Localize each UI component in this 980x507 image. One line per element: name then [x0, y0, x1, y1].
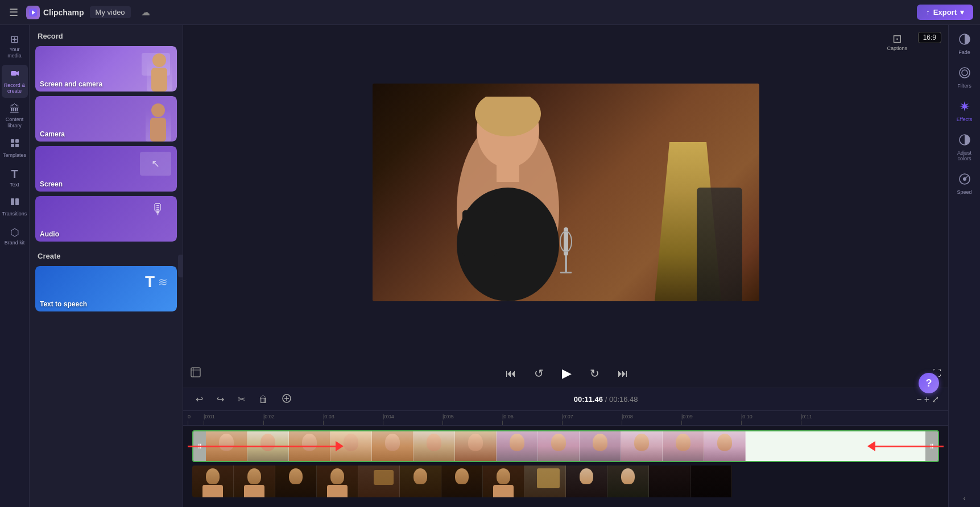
audio-card[interactable]: 🎙 Audio [35, 196, 177, 242]
delete-button[interactable]: 🗑 [255, 393, 271, 406]
panel-collapse-button[interactable]: ‹ [178, 255, 183, 277]
skip-to-end-button[interactable]: ⏭ [615, 365, 630, 382]
zoom-fit-button[interactable]: ⤢ [932, 394, 939, 405]
thumb-5 [372, 431, 413, 461]
sidebar-item-templates[interactable]: Templates [2, 135, 28, 162]
right-panel: Fade Filters Effects [948, 25, 980, 507]
thumb-6 [413, 431, 455, 461]
text-to-speech-card[interactable]: T ≋ Text to speech [35, 266, 177, 311]
svg-point-31 [960, 68, 970, 78]
sec-thumb-7 [441, 466, 483, 497]
right-trim-arrow [867, 441, 944, 451]
sidebar-item-your-media[interactable]: ⊞ Your media [2, 30, 28, 63]
export-chevron-icon: ▾ [960, 8, 964, 16]
screen-and-camera-card[interactable]: Screen and camera [35, 46, 177, 92]
svg-rect-9 [15, 198, 19, 205]
content-library-icon: 🏛 [10, 103, 20, 115]
your-media-icon: ⊞ [10, 33, 19, 45]
sec-thumb-3 [275, 466, 317, 497]
timeline-time: 00:11.46 / 00:16.48 [574, 395, 638, 404]
app-name: Clipchamp [43, 8, 84, 17]
video-title[interactable]: My video [90, 6, 131, 18]
captions-control[interactable]: ⊡ Captions [887, 32, 907, 51]
topbar: ☰ Clipchamp My video ☁ ↑ Export ▾ [0, 0, 980, 25]
record-create-panel: Record Screen and camera [30, 25, 183, 507]
rewind-button[interactable]: ↺ [532, 364, 546, 383]
svg-rect-2 [11, 71, 16, 76]
sidebar-item-record-create[interactable]: Record &create [2, 65, 28, 98]
undo-button[interactable]: ↩ [192, 392, 206, 406]
screen-bg: ↖ Screen [35, 146, 177, 192]
sec-thumb-10 [566, 466, 607, 497]
adjust-colors-label: Adjustcolors [957, 150, 971, 161]
svg-rect-6 [11, 144, 14, 147]
sidebar-item-label: Record &create [4, 82, 26, 95]
ruler-mark: |0:10 [741, 414, 801, 425]
svg-rect-7 [15, 144, 19, 147]
speed-tool[interactable]: Speed [951, 169, 978, 198]
captions-label: Captions [887, 45, 907, 51]
right-panel-collapse-button[interactable]: ‹ [964, 494, 966, 502]
arrow-line-left [188, 446, 336, 447]
play-button[interactable]: ▶ [560, 364, 574, 383]
ruler-mark: |0:11 [801, 414, 861, 425]
svg-rect-13 [150, 118, 166, 142]
fade-tool[interactable]: Fade [951, 30, 978, 59]
sec-thumb-2 [234, 466, 275, 497]
crop-button[interactable] [188, 364, 204, 383]
filters-tool[interactable]: Filters [951, 63, 978, 92]
zoom-in-button[interactable]: + [924, 394, 929, 405]
video-preview: ⊡ Captions 16:9 [183, 25, 948, 359]
sec-thumb-4 [317, 466, 358, 497]
current-time: 00:11.46 [574, 395, 603, 404]
redo-button[interactable]: ↪ [213, 392, 228, 406]
person-deco [146, 102, 171, 142]
help-button[interactable]: ? [919, 373, 939, 393]
export-icon: ↑ [926, 8, 930, 16]
forward-button[interactable]: ↻ [588, 364, 602, 383]
templates-icon [10, 138, 20, 151]
thumb-12 [663, 431, 704, 461]
ruler-mark: |0:02 [263, 414, 323, 425]
total-time: / 00:16.48 [605, 395, 638, 404]
sidebar-item-content-library[interactable]: 🏛 Contentlibrary [2, 100, 28, 132]
sidebar: ⊞ Your media Record &create 🏛 Contentlib… [0, 25, 30, 507]
hamburger-menu-button[interactable]: ☰ [7, 4, 20, 21]
tts-deco: T ≋ [145, 273, 168, 291]
sec-thumb-11 [607, 466, 649, 497]
create-section-title: Create [35, 252, 177, 260]
camera-label: Camera [40, 130, 65, 138]
export-button[interactable]: ↑ Export ▾ [917, 5, 973, 20]
save-to-timeline-button[interactable] [278, 392, 295, 408]
secondary-track[interactable] [192, 466, 939, 497]
sec-thumb-6 [400, 466, 441, 497]
svg-rect-4 [11, 139, 14, 143]
sidebar-item-brand-kit[interactable]: ⬡ Brand kit [2, 223, 28, 250]
ruler-mark: |0:06 [502, 414, 562, 425]
sidebar-item-transitions[interactable]: Transitions [2, 193, 28, 221]
zoom-out-button[interactable]: − [916, 394, 921, 405]
speed-label: Speed [957, 189, 971, 195]
microphone [558, 227, 574, 279]
screen-and-camera-bg: Screen and camera [35, 46, 177, 92]
effects-tool[interactable]: Effects [951, 97, 978, 126]
arrow-head-left [867, 441, 875, 451]
audio-bg: 🎙 Audio [35, 196, 177, 242]
cut-button[interactable]: ✂ [234, 392, 249, 406]
person-deco [147, 52, 172, 92]
center-area: ⊡ Captions 16:9 [183, 25, 948, 507]
thumb-10 [580, 431, 621, 461]
screen-card[interactable]: ↖ Screen [35, 146, 177, 192]
text-icon: T [11, 168, 18, 181]
sec-thumb-12 [649, 466, 690, 497]
skip-to-start-button[interactable]: ⏮ [503, 365, 518, 382]
svg-marker-3 [16, 71, 19, 76]
sidebar-item-text[interactable]: T Text [2, 164, 28, 192]
svg-point-12 [151, 103, 165, 117]
ratio-badge[interactable]: 16:9 [918, 32, 941, 42]
ruler-mark: 0 [188, 414, 204, 425]
adjust-colors-tool[interactable]: Adjustcolors [951, 130, 978, 165]
svg-point-32 [962, 70, 967, 76]
svg-rect-5 [15, 139, 19, 143]
camera-card[interactable]: Camera [35, 96, 177, 142]
